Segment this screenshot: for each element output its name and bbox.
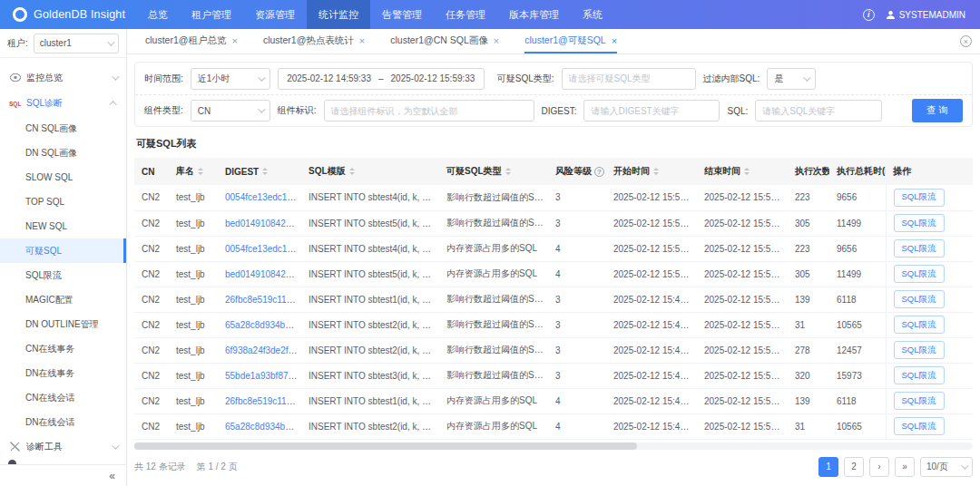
- sidebar-subitem[interactable]: DN在线会话: [0, 410, 126, 434]
- nav-menu-item[interactable]: 系统: [571, 0, 614, 29]
- sort-icon[interactable]: [262, 168, 268, 175]
- digest-link[interactable]: 26fbc8e519c117...: [225, 396, 299, 406]
- column-header[interactable]: 库名: [169, 158, 218, 185]
- component-id-input[interactable]: [324, 100, 534, 122]
- tab[interactable]: cluster1@CN SQL画像 ×: [390, 29, 499, 53]
- sql-throttle-button[interactable]: SQL限流: [894, 316, 945, 334]
- sql-keyword-input[interactable]: [755, 100, 882, 122]
- page-size-select[interactable]: 10/页: [920, 457, 973, 477]
- sidebar-subitem[interactable]: DN在线事务: [0, 361, 126, 385]
- sql-throttle-button[interactable]: SQL限流: [894, 366, 945, 384]
- digest-link[interactable]: bed0149108425...: [225, 269, 299, 279]
- cell-exec-count: 31: [788, 312, 829, 337]
- nav-menu-item[interactable]: 统计监控: [307, 0, 370, 29]
- cell-sql-type: 内存资源占用多的SQL: [439, 261, 548, 287]
- help-icon[interactable]: ?: [594, 167, 604, 177]
- tab-close-icon[interactable]: ×: [231, 35, 237, 46]
- sql-keyword-label: SQL:: [727, 106, 748, 116]
- close-all-tabs-icon[interactable]: ×: [960, 35, 972, 47]
- sql-throttle-button[interactable]: SQL限流: [894, 392, 945, 410]
- nav-menu-item[interactable]: 版本库管理: [497, 0, 571, 29]
- internal-sql-value: 是: [774, 73, 783, 85]
- sql-throttle-button[interactable]: SQL限流: [894, 265, 945, 283]
- sidebar-subitem[interactable]: SLOW SQL: [0, 165, 126, 190]
- column-header[interactable]: 执行总耗时(ms: [829, 158, 886, 185]
- date-start: 2025-02-12 14:59:33: [287, 73, 371, 83]
- sql-throttle-button[interactable]: SQL限流: [894, 290, 945, 308]
- column-header[interactable]: 可疑SQL类型: [439, 158, 548, 185]
- last-page-button[interactable]: »: [895, 457, 915, 477]
- sidebar-group-sql-diagnosis[interactable]: SQL SQL诊断: [0, 91, 126, 116]
- tenant-select[interactable]: cluster1: [34, 34, 119, 53]
- column-header[interactable]: 操作: [886, 158, 973, 185]
- sort-icon[interactable]: [744, 168, 750, 175]
- user-menu[interactable]: SYSTEMADMIN: [886, 10, 965, 20]
- sidebar-subitem[interactable]: SQL限流: [0, 263, 126, 287]
- search-button[interactable]: 查 询: [912, 99, 963, 122]
- filter-row-2: 组件类型: CN 组件标识: DIGEST: SQL: 查 询: [135, 94, 972, 126]
- sidebar-subitem[interactable]: 可疑SQL: [0, 238, 126, 263]
- date-range-picker[interactable]: 2025-02-12 14:59:33 – 2025-02-12 15:59:3…: [278, 68, 485, 90]
- cell-digest: 55bde1a93bf873...: [218, 363, 301, 388]
- sql-throttle-button[interactable]: SQL限流: [894, 417, 945, 435]
- column-header[interactable]: 风险等级 ?: [548, 158, 606, 185]
- sidebar-subitem[interactable]: NEW SQL: [0, 214, 126, 238]
- sidebar-group-tools[interactable]: 诊断工具: [0, 434, 126, 460]
- digest-link[interactable]: 55bde1a93bf873...: [225, 371, 300, 381]
- scrollbar-thumb[interactable]: [134, 442, 637, 450]
- sql-throttle-button[interactable]: SQL限流: [894, 189, 945, 207]
- sidebar-subitem[interactable]: DN OUTLINE管理: [0, 312, 126, 336]
- sidebar-subitem[interactable]: MAGIC配置: [0, 287, 126, 312]
- nav-menu-item[interactable]: 总览: [136, 0, 180, 29]
- sql-throttle-button[interactable]: SQL限流: [894, 341, 945, 359]
- digest-input[interactable]: [583, 100, 720, 122]
- sql-throttle-button[interactable]: SQL限流: [894, 239, 945, 258]
- column-header[interactable]: 结束时间: [697, 158, 788, 185]
- sort-icon[interactable]: [349, 168, 355, 175]
- sidebar-group-monitor[interactable]: 监控总览: [0, 65, 126, 91]
- nav-menu-item[interactable]: 任务管理: [434, 0, 497, 29]
- cell-digest: 6f938a24f3de2f4...: [218, 337, 301, 363]
- sort-icon[interactable]: [198, 168, 203, 175]
- digest-link[interactable]: 6f938a24f3de2f4...: [225, 345, 300, 355]
- digest-link[interactable]: 26fbc8e519c117...: [225, 295, 299, 305]
- horizontal-scrollbar[interactable]: [134, 442, 973, 450]
- column-header[interactable]: CN: [134, 158, 169, 185]
- sort-icon[interactable]: [505, 168, 511, 175]
- sidebar-subitem[interactable]: DN SQL画像: [0, 141, 126, 165]
- nav-menu-item[interactable]: 告警管理: [370, 0, 434, 29]
- sql-type-input[interactable]: [562, 68, 696, 90]
- tab-close-icon[interactable]: ×: [359, 35, 365, 46]
- info-icon[interactable]: i: [863, 9, 875, 21]
- sidebar-subitem[interactable]: CN在线会话: [0, 385, 126, 410]
- nav-menu-item[interactable]: 租户管理: [180, 0, 243, 29]
- cell-exec-count: 139: [788, 287, 829, 312]
- time-range-select[interactable]: 近1小时: [191, 68, 270, 90]
- page-number-button[interactable]: 1: [818, 457, 838, 477]
- internal-sql-select[interactable]: 是: [767, 68, 816, 90]
- nav-menu-item[interactable]: 资源管理: [243, 0, 307, 29]
- tab-close-icon[interactable]: ×: [612, 35, 617, 46]
- column-header[interactable]: 执行次数: [788, 158, 829, 185]
- digest-link[interactable]: 65a28c8d934bee...: [225, 320, 301, 330]
- component-type-select[interactable]: CN: [191, 100, 270, 122]
- sidebar-collapse-button[interactable]: «: [109, 470, 115, 482]
- sidebar-subitem[interactable]: CN SQL画像: [0, 116, 126, 141]
- sidebar-subitem[interactable]: TOP SQL: [0, 190, 126, 214]
- digest-link[interactable]: 0054fce13edc1a...: [225, 244, 299, 254]
- tab[interactable]: cluster1@可疑SQL ×: [524, 29, 617, 53]
- column-header[interactable]: DIGEST: [218, 158, 301, 185]
- tab[interactable]: cluster1@租户总览 ×: [145, 29, 238, 53]
- next-page-button[interactable]: ›: [869, 457, 889, 477]
- digest-link[interactable]: 65a28c8d934bee...: [225, 422, 301, 432]
- tab[interactable]: cluster1@热点表统计 ×: [263, 29, 365, 53]
- sort-icon[interactable]: [653, 168, 659, 175]
- sql-throttle-button[interactable]: SQL限流: [894, 214, 945, 232]
- tab-close-icon[interactable]: ×: [494, 35, 499, 46]
- sidebar-subitem[interactable]: CN在线事务: [0, 336, 126, 361]
- digest-link[interactable]: 0054fce13edc1a...: [225, 192, 299, 202]
- page-number-button[interactable]: 2: [844, 457, 864, 477]
- column-header[interactable]: 开始时间: [606, 158, 697, 185]
- digest-link[interactable]: bed0149108425...: [225, 219, 299, 228]
- column-header[interactable]: SQL模版: [301, 158, 439, 185]
